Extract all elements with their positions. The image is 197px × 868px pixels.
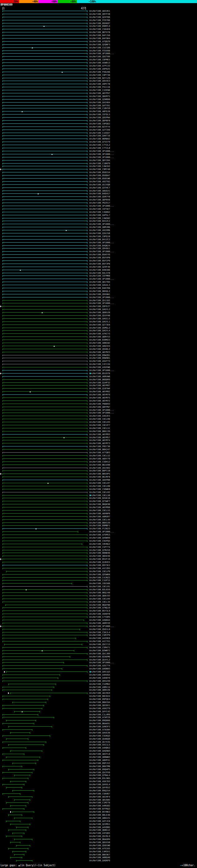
hit-bar[interactable] — [16, 860, 32, 862]
hit-label[interactable]: UniRef100_A8IFL6 — [89, 753, 110, 755]
hit-label[interactable]: UniRef100_A6YM74 — [89, 439, 110, 441]
hit-label[interactable]: UniRef100_Q4Q9W3 — [89, 750, 110, 752]
hit-bar[interactable] — [2, 154, 88, 155]
hit-bar[interactable] — [2, 294, 88, 295]
hit-label[interactable]: UniRef100_A9VVE3 — [89, 80, 110, 82]
hit-label[interactable]: UniRef100_B4JZC2 — [89, 238, 110, 241]
hit-label[interactable]: UniRef100_C7TZL2 — [89, 144, 110, 146]
hit-bar[interactable] — [2, 233, 88, 234]
hit-label[interactable]: UniRef100_Q8MJB6 — [89, 226, 110, 228]
hit-label[interactable]: UniRef100_A5K7D3 — [89, 780, 110, 783]
hit-bar[interactable] — [2, 284, 88, 286]
hit-bar[interactable] — [2, 544, 82, 545]
hit-label[interactable]: UniRef100_A9ZXM6 — [89, 229, 110, 231]
hit-bar[interactable] — [2, 516, 88, 518]
hit-label[interactable]: UniRef100_A8Q3X4 — [89, 345, 110, 347]
hit-label[interactable]: UniRef100_Q2NRD6 — [89, 98, 110, 101]
hit-label[interactable]: UniRef100_C8CLR2 — [89, 491, 110, 494]
hit-bar[interactable] — [8, 726, 52, 727]
hit-bar[interactable] — [2, 263, 88, 265]
hit-label[interactable]: UniRef100_C8CL34 — [89, 601, 110, 603]
hit-label[interactable]: UniRef100_A6YM93 — [89, 433, 110, 436]
hit-bar[interactable] — [2, 415, 88, 417]
hit-bar[interactable] — [2, 333, 88, 335]
hit-bar[interactable] — [2, 348, 88, 350]
hit-label[interactable]: UniRef100_B5FXP0 — [89, 256, 110, 259]
hit-label[interactable]: UniRef100_A4QDA4 — [89, 619, 110, 621]
hit-bar[interactable] — [2, 68, 88, 70]
hit-label[interactable]: UniRef100_UP1000... — [89, 278, 114, 280]
hit-bar[interactable] — [2, 376, 88, 377]
hit-label[interactable]: UniRef100_Q9ZT09 — [89, 55, 110, 58]
hit-bar[interactable] — [2, 717, 54, 718]
hit-bar[interactable] — [2, 525, 88, 527]
hit-label[interactable]: UniRef100_A8XY79 — [89, 458, 110, 460]
hit-bar[interactable] — [2, 324, 88, 326]
hit-label[interactable]: UniRef100_B3RM23 — [89, 339, 110, 341]
hit-bar[interactable] — [2, 114, 88, 116]
hit-label[interactable]: UniRef100_C1BKP9 — [89, 162, 110, 165]
hit-label[interactable]: UniRef100_A5UTT3 — [89, 360, 110, 363]
hit-bar[interactable] — [12, 790, 34, 792]
hit-bar[interactable] — [2, 589, 88, 591]
hit-bar[interactable] — [2, 747, 26, 749]
hit-bar[interactable] — [2, 321, 88, 323]
hit-label[interactable]: UniRef100_B9XK07 — [89, 22, 110, 25]
hit-bar[interactable] — [2, 138, 88, 140]
hit-label[interactable]: UniRef100_Q3UJS0 — [89, 232, 110, 235]
hit-label[interactable]: UniRef100_Q5CPX9 — [89, 771, 110, 774]
hit-label[interactable]: UniRef100_C0PQ62 — [89, 123, 110, 125]
hit-label[interactable]: UniRef100_C8CLR4 — [89, 598, 110, 600]
hit-bar[interactable] — [6, 756, 40, 758]
hit-bar[interactable] — [2, 714, 38, 716]
hit-bar[interactable] — [2, 699, 48, 700]
hit-label[interactable]: UniRef100_C8CLR8 — [89, 418, 110, 420]
hit-bar[interactable] — [2, 449, 88, 451]
hit-bar[interactable] — [2, 479, 88, 481]
hit-bar[interactable] — [2, 108, 88, 109]
hit-label[interactable]: UniRef100_P41116 — [89, 86, 110, 88]
hit-bar[interactable] — [2, 50, 88, 52]
hit-bar[interactable] — [2, 291, 88, 292]
hit-bar[interactable] — [10, 781, 26, 782]
hit-bar[interactable] — [2, 729, 32, 731]
hit-bar[interactable] — [2, 537, 88, 539]
hit-label[interactable]: UniRef100_Q10VE5 — [89, 561, 110, 563]
hit-label[interactable]: UniRef100_B5DCW6 — [89, 177, 110, 180]
hit-label[interactable]: UniRef100_C8CVF7 — [89, 424, 110, 427]
hit-label[interactable]: UniRef100_B6KC64 — [89, 701, 110, 704]
hit-label[interactable]: UniRef100_C0P738 — [89, 74, 110, 76]
hit-label[interactable]: UniRef100_A6YM79 — [89, 394, 110, 396]
hit-label[interactable]: UniRef100_A5JVQ0 — [89, 184, 110, 186]
hit-bar[interactable] — [2, 610, 88, 612]
hit-label[interactable]: UniRef100_B5YNK2 — [89, 811, 110, 813]
hit-bar[interactable] — [2, 120, 88, 122]
hit-bar[interactable] — [2, 81, 88, 82]
hit-label[interactable]: UniRef100_Q016W5 — [89, 799, 110, 801]
hit-label[interactable]: UniRef100_Q00WW3 — [89, 756, 110, 758]
hit-bar[interactable] — [2, 281, 88, 283]
hit-bar[interactable] — [2, 626, 88, 627]
hit-label[interactable]: UniRef100_A8NCW2 — [89, 342, 110, 344]
hit-label[interactable]: UniRef100_B0XQL2 — [89, 290, 110, 292]
hit-label[interactable]: UniRef100_Q60193 — [89, 595, 110, 597]
hit-label[interactable]: UniRef100_B5F3P8 — [89, 262, 110, 265]
hit-bar[interactable] — [2, 181, 88, 183]
hit-bar[interactable] — [2, 212, 88, 213]
hit-bar[interactable] — [2, 766, 22, 767]
hit-bar[interactable] — [2, 254, 88, 255]
hit-bar[interactable] — [2, 616, 88, 618]
hit-label[interactable]: UniRef100_Q00VZ6 — [89, 689, 110, 691]
hit-bar[interactable] — [6, 820, 20, 822]
hit-label[interactable]: UniRef100_B5KFX9 — [89, 253, 110, 256]
hit-label[interactable]: UniRef100_UP1000... — [89, 412, 114, 414]
hit-label[interactable]: UniRef100_P29766 — [89, 19, 110, 22]
hit-bar[interactable] — [2, 409, 88, 411]
hit-bar[interactable] — [2, 388, 88, 390]
hit-label[interactable]: UniRef100_Q6BG12 — [89, 829, 110, 831]
hit-bar[interactable] — [2, 428, 88, 429]
hit-label[interactable]: UniRef100_Q5CY13 — [89, 643, 110, 646]
hit-bar[interactable] — [2, 674, 60, 676]
hit-label[interactable]: UniRef100_C5D4E8 — [89, 28, 110, 30]
hit-label[interactable]: UniRef100_B9W9B1 — [89, 357, 110, 359]
